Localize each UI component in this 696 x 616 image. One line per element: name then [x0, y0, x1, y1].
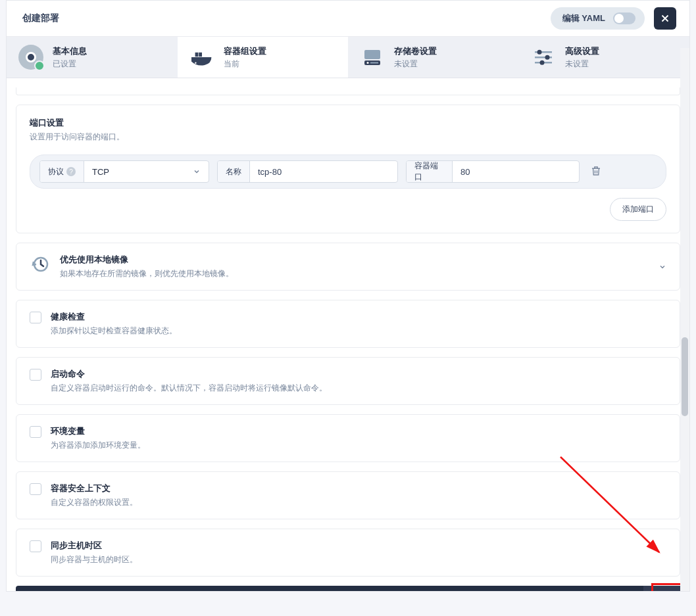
- chevron-down-icon: [659, 263, 666, 271]
- env-checkbox[interactable]: [30, 426, 41, 438]
- svg-point-12: [537, 50, 541, 55]
- container-port-input[interactable]: [453, 161, 579, 182]
- health-checkbox[interactable]: [30, 312, 41, 323]
- env-title: 环境变量: [51, 425, 145, 437]
- security-checkbox[interactable]: [30, 483, 41, 495]
- tab-container-sub: 当前: [224, 59, 266, 70]
- modal-body: 端口设置 设置用于访问容器的端口。 协议 ? TCP 名称: [7, 78, 689, 591]
- modal-title: 创建部署: [22, 12, 59, 24]
- port-settings-panel: 端口设置 设置用于访问容器的端口。 协议 ? TCP 名称: [16, 105, 680, 233]
- svg-rect-7: [364, 50, 380, 59]
- modal-header: 创建部署 编辑 YAML: [7, 1, 689, 37]
- tab-basic-info[interactable]: 基本信息 已设置: [7, 37, 178, 78]
- tab-advanced-title: 高级设置: [565, 45, 599, 57]
- tab-advanced-sub: 未设置: [565, 59, 599, 70]
- setting-sync-timezone[interactable]: 同步主机时区 同步容器与主机的时区。: [16, 529, 680, 577]
- setting-security-context[interactable]: 容器安全上下文 自定义容器的权限设置。: [16, 471, 680, 519]
- health-desc: 添加探针以定时检查容器健康状态。: [51, 325, 177, 337]
- create-deployment-modal: 创建部署 编辑 YAML 基本信息 已设置 容器组设置: [6, 0, 690, 592]
- setting-env-vars[interactable]: 环境变量 为容器添加添加环境变量。: [16, 414, 680, 462]
- port-name-input[interactable]: [250, 161, 397, 182]
- confirm-strip: [16, 586, 680, 591]
- tab-storage-sub: 未设置: [394, 59, 437, 70]
- timezone-title: 同步主机时区: [51, 540, 137, 552]
- svg-rect-3: [195, 53, 198, 57]
- command-desc: 自定义容器启动时运行的命令。默认情况下，容器启动时将运行镜像默认命令。: [51, 383, 327, 394]
- setting-startup-command[interactable]: 启动命令 自定义容器启动时运行的命令。默认情况下，容器启动时将运行镜像默认命令。: [16, 357, 680, 405]
- timezone-desc: 同步容器与主机的时区。: [51, 554, 137, 565]
- tab-advanced-settings[interactable]: 高级设置 未设置: [519, 37, 690, 78]
- setting-local-image[interactable]: 优先使用本地镜像 如果本地存在所需的镜像，则优先使用本地镜像。: [16, 243, 680, 291]
- protocol-value: TCP: [92, 167, 109, 177]
- setting-health-check[interactable]: 健康检查 添加探针以定时检查容器健康状态。: [16, 300, 680, 348]
- protocol-label: 协议 ?: [40, 161, 84, 182]
- port-name-field: 名称: [217, 160, 398, 183]
- strip-cancel-button[interactable]: [607, 586, 643, 591]
- command-title: 启动命令: [51, 368, 327, 380]
- history-icon: [30, 254, 51, 275]
- trash-icon: [590, 165, 602, 177]
- svg-point-14: [545, 55, 549, 60]
- svg-point-16: [539, 60, 544, 65]
- port-section-title: 端口设置: [30, 117, 666, 129]
- help-icon[interactable]: ?: [66, 167, 76, 176]
- close-icon: [659, 12, 671, 24]
- tab-storage-settings[interactable]: 存储卷设置 未设置: [348, 37, 519, 78]
- tab-basic-sub: 已设置: [53, 59, 87, 70]
- tab-storage-title: 存储卷设置: [394, 45, 437, 57]
- command-checkbox[interactable]: [30, 369, 41, 381]
- local-image-title: 优先使用本地镜像: [60, 254, 234, 266]
- close-button[interactable]: [654, 7, 676, 30]
- delete-port-button[interactable]: [587, 162, 605, 181]
- svg-rect-10: [370, 62, 378, 64]
- step-tabs: 基本信息 已设置 容器组设置 当前 存储卷设置 未设置: [7, 37, 689, 78]
- port-name-label: 名称: [218, 161, 250, 182]
- protocol-field: 协议 ? TCP: [39, 160, 209, 183]
- tab-basic-title: 基本信息: [53, 45, 87, 57]
- strip-confirm-button[interactable]: [643, 586, 680, 591]
- svg-point-6: [195, 62, 196, 64]
- collapsed-panel-edge: [16, 87, 680, 95]
- add-port-button[interactable]: 添加端口: [610, 198, 666, 221]
- container-port-label: 容器端口: [407, 161, 453, 182]
- tab-container-title: 容器组设置: [224, 45, 266, 57]
- svg-point-9: [367, 62, 369, 64]
- port-section-desc: 设置用于访问容器的端口。: [30, 131, 666, 143]
- advanced-icon: [531, 45, 556, 70]
- security-desc: 自定义容器的权限设置。: [51, 497, 137, 508]
- health-title: 健康检查: [51, 311, 177, 323]
- port-row: 协议 ? TCP 名称 容器端口: [30, 154, 666, 189]
- security-title: 容器安全上下文: [51, 483, 137, 494]
- storage-icon: [360, 45, 385, 70]
- edit-yaml-label: 编辑 YAML: [562, 12, 605, 24]
- scrollbar-thumb[interactable]: [682, 337, 688, 416]
- chevron-down-icon: [193, 168, 201, 176]
- container-icon: [189, 45, 214, 70]
- env-desc: 为容器添加添加环境变量。: [51, 440, 145, 451]
- container-port-field: 容器端口: [406, 160, 580, 183]
- tab-container-settings[interactable]: 容器组设置 当前: [178, 37, 349, 78]
- protocol-select[interactable]: TCP: [84, 167, 209, 177]
- local-image-desc: 如果本地存在所需的镜像，则优先使用本地镜像。: [60, 268, 234, 279]
- scrollbar-track: [680, 48, 689, 591]
- timezone-checkbox[interactable]: [30, 540, 41, 552]
- basic-info-icon: [18, 45, 43, 70]
- svg-rect-4: [199, 53, 202, 57]
- yaml-toggle[interactable]: [613, 12, 635, 24]
- edit-yaml-button[interactable]: 编辑 YAML: [551, 7, 645, 30]
